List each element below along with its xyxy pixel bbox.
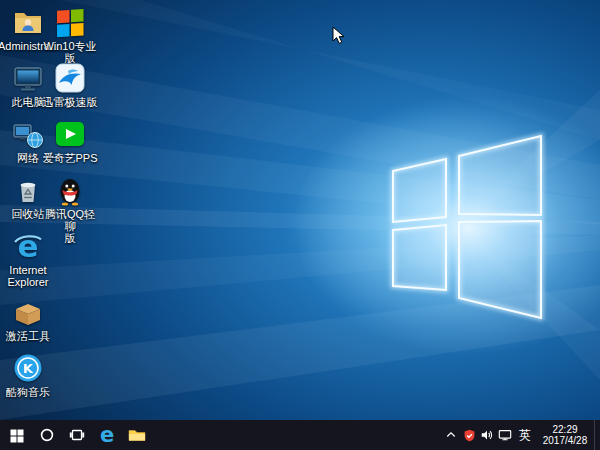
security-shield-icon (463, 429, 476, 442)
file-explorer-button[interactable] (122, 420, 152, 450)
desktop-icon-kugou[interactable]: K 酷狗音乐 (0, 352, 58, 398)
search-ring-icon (39, 427, 55, 443)
folder-icon (128, 427, 146, 443)
volume-icon (480, 428, 494, 442)
system-tray: 英 22:29 2017/4/28 (442, 420, 600, 450)
desktop-icon-iqiyi[interactable]: 爱奇艺PPS (40, 118, 100, 164)
qq-icon (54, 174, 86, 206)
tray-volume-button[interactable] (478, 420, 496, 450)
task-view-button[interactable] (62, 420, 92, 450)
ie-icon: e (12, 230, 44, 262)
kugou-icon: K (12, 352, 44, 384)
cortana-search-button[interactable] (32, 420, 62, 450)
clock-time: 22:29 (552, 424, 577, 435)
desktop[interactable]: Administra... Win10专业版 官网 (0, 0, 600, 420)
kugou-letter: K (23, 361, 34, 376)
desktop-icon-internet-explorer[interactable]: e Internet Explorer (0, 230, 58, 288)
ie-letter: e (17, 230, 38, 262)
input-method-label: 英 (519, 427, 531, 444)
tray-network-button[interactable] (496, 420, 514, 450)
desktop-icon-label: 迅雷极速版 (40, 96, 100, 108)
taskbar-clock[interactable]: 22:29 2017/4/28 (536, 420, 594, 450)
desktop-icon-label: 激活工具 (0, 330, 58, 342)
taskbar: e (0, 420, 600, 450)
network-display-icon (498, 428, 512, 442)
desktop-icon-label: 爱奇艺PPS (40, 152, 100, 164)
start-button[interactable] (2, 420, 32, 450)
activation-tool-icon (12, 296, 44, 328)
show-desktop-button[interactable] (594, 420, 600, 450)
desktop-icon-thunder[interactable]: 迅雷极速版 (40, 62, 100, 108)
input-method-indicator[interactable]: 英 (514, 420, 536, 450)
desktop-icon-label: 酷狗音乐 (0, 386, 58, 398)
clock-date: 2017/4/28 (543, 435, 588, 446)
windows-logo-icon (9, 427, 25, 443)
tray-overflow-button[interactable] (442, 420, 460, 450)
win10-flag-icon (54, 6, 86, 38)
taskbar-left-group: e (0, 420, 152, 450)
tray-security-button[interactable] (460, 420, 478, 450)
desktop-icon-label: Internet Explorer (0, 264, 58, 288)
edge-taskbar-button[interactable]: e (92, 420, 122, 450)
edge-icon: e (100, 425, 114, 445)
thunder-icon (54, 62, 86, 94)
iqiyi-icon (54, 118, 86, 150)
task-view-icon (69, 427, 85, 443)
windows-desktop-screen: Administra... Win10专业版 官网 (0, 0, 600, 450)
desktop-icon-activation-tool[interactable]: 激活工具 (0, 296, 58, 342)
chevron-up-icon (445, 429, 457, 441)
